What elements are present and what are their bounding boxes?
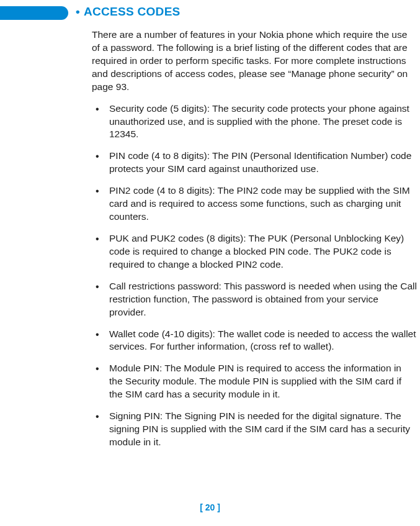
- list-item: PIN2 code (4 to 8 digits): The PIN2 code…: [92, 184, 417, 224]
- heading-bullet: •: [76, 5, 80, 18]
- list-item: Module PIN: The Module PIN is required t…: [92, 362, 417, 401]
- list-item: PUK and PUK2 codes (8 digits): The PUK (…: [92, 232, 417, 271]
- code-list: Security code (5 digits): The security c…: [92, 102, 417, 449]
- page-number: [ 20 ]: [0, 502, 420, 512]
- list-item: Call restrictions password: This passwor…: [92, 280, 417, 319]
- list-item: PIN code (4 to 8 digits): The PIN (Perso…: [92, 150, 417, 176]
- section-heading: •ACCESS CODES: [76, 5, 181, 19]
- list-item: Wallet code (4-10 digits): The wallet co…: [92, 328, 417, 354]
- heading-text: ACCESS CODES: [84, 5, 181, 18]
- intro-paragraph: There are a number of features in your N…: [92, 29, 417, 94]
- list-item: Security code (5 digits): The security c…: [92, 102, 417, 142]
- page-content: There are a number of features in your N…: [92, 29, 417, 458]
- list-item: Signing PIN: The Signing PIN is needed f…: [92, 410, 417, 449]
- header-accent-bar: [0, 6, 68, 20]
